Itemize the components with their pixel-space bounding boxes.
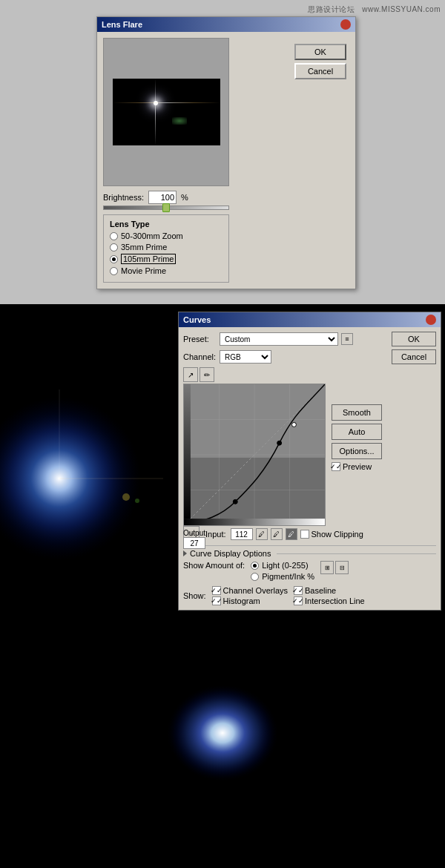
preset-menu-icon[interactable]: ≡: [341, 333, 353, 345]
svg-point-19: [167, 685, 278, 781]
curves-side-buttons: Smooth Auto Options... ✓ Preview: [332, 367, 382, 526]
triangle-icon: [183, 550, 187, 556]
brightness-row: Brightness: %: [103, 191, 284, 204]
radio-50-300-circle[interactable]: [110, 232, 118, 240]
cancel-button[interactable]: Cancel: [294, 63, 346, 79]
preview-checkbox[interactable]: ✓ Preview: [332, 462, 382, 471]
curves-dialog: Curves Preset: Custom ≡ OK Channel: RGB: [178, 312, 441, 611]
histogram-checkbox[interactable]: ✓: [212, 596, 221, 605]
section-curves: Curves Preset: Custom ≡ OK Channel: RGB: [0, 304, 445, 623]
brightness-slider-thumb[interactable]: [162, 203, 170, 212]
show-col-1: ✓ Channel Overlays ✓ Histogram: [212, 586, 288, 605]
curve-display-header: Curve Display Options: [183, 549, 436, 558]
ok-button-curves[interactable]: OK: [392, 332, 436, 346]
intersection-checkbox[interactable]: ✓: [294, 596, 303, 605]
options-button[interactable]: Options...: [332, 443, 382, 459]
baseline-label: Baseline: [305, 586, 336, 595]
radio-light[interactable]: Light (0-255): [251, 561, 314, 570]
lens-flare-dialog: Lens Flare Brightness: %: [96, 16, 356, 289]
radio-105mm-label: 105mm Prime: [121, 254, 176, 264]
lens-preview-area: Brightness: % Lens Type 50-300mm Zoom: [103, 38, 284, 283]
watermark-site1: 思路设计论坛: [308, 5, 355, 13]
radio-35mm-label: 35mm Prime: [121, 243, 167, 251]
curves-title: Curves: [183, 315, 211, 324]
radio-pigment-circle[interactable]: [251, 573, 259, 581]
output-input[interactable]: [183, 537, 205, 549]
curves-titlebar: Curves: [179, 312, 441, 327]
channel-overlays-label: Channel Overlays: [223, 586, 288, 595]
brightness-unit: %: [181, 193, 188, 202]
radio-movie[interactable]: Movie Prime: [110, 266, 222, 275]
radio-pigment-label: Pigment/Ink %: [262, 572, 314, 581]
baseline-cb[interactable]: ✓ Baseline: [294, 586, 365, 595]
radio-35mm-circle[interactable]: [110, 243, 118, 251]
curves-close-icon[interactable]: [426, 315, 436, 325]
channel-select[interactable]: RGB: [220, 350, 271, 364]
dialog-buttons: OK Cancel: [290, 38, 349, 283]
radio-50-300[interactable]: 50-300mm Zoom: [110, 231, 222, 240]
watermark: 思路设计论坛 www.MISSYUAN.com: [308, 4, 441, 15]
flare-line-horizontal: [113, 102, 220, 103]
svg-point-16: [291, 422, 296, 427]
svg-point-14: [233, 499, 237, 504]
section-result: [0, 623, 445, 868]
show-amount-row: Show Amount of: Light (0-255) Pigment/In…: [183, 561, 436, 583]
channel-label: Channel:: [183, 352, 217, 361]
flare-line-vertical: [155, 79, 156, 145]
brightness-slider-track[interactable]: [103, 206, 229, 210]
radio-50-300-label: 50-300mm Zoom: [121, 231, 183, 240]
show-amount-options: Light (0-255) Pigment/Ink %: [251, 561, 314, 583]
dialog-titlebar: Lens Flare: [97, 17, 355, 32]
curves-body: Preset: Custom ≡ OK Channel: RGB Cancel: [179, 327, 441, 610]
intersection-cb[interactable]: ✓ Intersection Line: [294, 596, 365, 605]
histogram-cb[interactable]: ✓ Histogram: [212, 596, 288, 605]
radio-105mm[interactable]: 105mm Prime: [110, 254, 222, 264]
curve-tool-pointer[interactable]: ↗: [183, 367, 198, 382]
smooth-button[interactable]: Smooth: [332, 404, 382, 421]
preset-label: Preset:: [183, 335, 217, 343]
intersection-label: Intersection Line: [305, 596, 365, 605]
svg-point-3: [122, 493, 130, 501]
output-label: Output:: [183, 529, 208, 537]
preset-select[interactable]: Custom: [220, 332, 338, 346]
histogram-label: Histogram: [223, 596, 260, 605]
section-lens-flare: 思路设计论坛 www.MISSYUAN.com Lens Flare B: [0, 0, 445, 304]
radio-pigment[interactable]: Pigment/Ink %: [251, 572, 314, 581]
curves-graph[interactable]: [183, 384, 326, 526]
grid-icons: ⊞ ⊟: [320, 561, 349, 574]
watermark-site2: www.MISSYUAN.com: [362, 5, 441, 13]
grid-icon-large[interactable]: ⊟: [335, 561, 349, 574]
radio-light-circle[interactable]: [251, 562, 259, 570]
cancel-button-curves[interactable]: Cancel: [392, 349, 436, 364]
grid-icon-small[interactable]: ⊞: [320, 561, 334, 574]
dialog-body: Brightness: % Lens Type 50-300mm Zoom: [97, 32, 355, 289]
lens-glow-large: [0, 382, 148, 545]
baseline-checkbox[interactable]: ✓: [294, 586, 303, 595]
channel-overlays-checkbox[interactable]: ✓: [212, 586, 221, 595]
radio-35mm[interactable]: 35mm Prime: [110, 243, 222, 251]
curve-tool-pencil[interactable]: ✏: [200, 367, 214, 382]
curve-display-section: Curve Display Options Show Amount of: Li…: [183, 545, 436, 605]
lens-preview-inner: [113, 79, 220, 145]
auto-button[interactable]: Auto: [332, 424, 382, 440]
radio-light-label: Light (0-255): [262, 561, 308, 570]
channel-overlays-cb[interactable]: ✓ Channel Overlays: [212, 586, 288, 595]
brightness-input[interactable]: [148, 191, 177, 204]
show-amount-label: Show Amount of:: [183, 561, 245, 570]
lens-type-box: Lens Type 50-300mm Zoom 35mm Prime 105mm…: [103, 214, 229, 283]
flare-center: [154, 101, 158, 105]
show-col-2: ✓ Baseline ✓ Intersection Line: [294, 586, 365, 605]
curves-main-area: ↗ ✏: [183, 367, 436, 526]
show-row: Show: ✓ Channel Overlays ✓ Histogram: [183, 586, 436, 605]
brightness-label: Brightness:: [103, 193, 144, 202]
curves-left: ↗ ✏: [183, 367, 326, 526]
close-icon[interactable]: [340, 19, 351, 30]
svg-point-15: [277, 441, 282, 445]
lens-preview-outer: [103, 38, 229, 186]
preview-checkbox-box[interactable]: ✓: [332, 462, 340, 471]
preset-row: Preset: Custom ≡ OK: [183, 332, 436, 346]
radio-movie-circle[interactable]: [110, 267, 118, 275]
radio-105mm-circle[interactable]: [110, 255, 118, 263]
ok-button[interactable]: OK: [294, 44, 346, 60]
svg-point-4: [135, 499, 139, 503]
